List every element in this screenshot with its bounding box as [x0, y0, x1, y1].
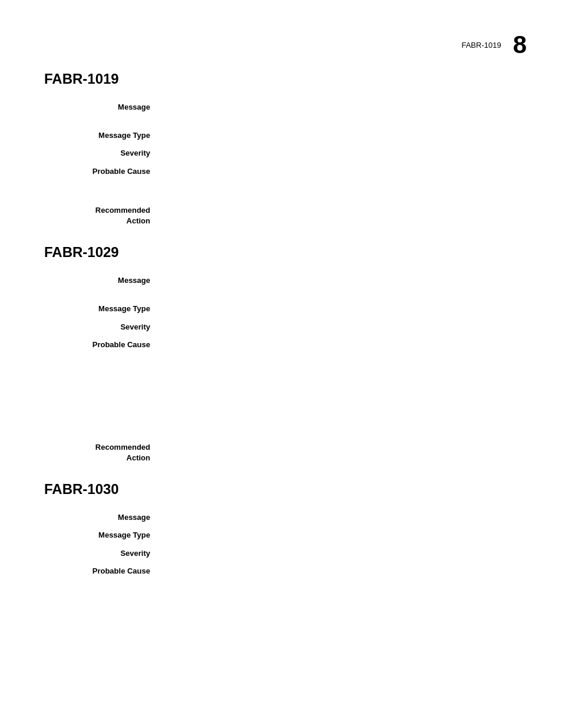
entry-title-fabr-1030: FABR-1030	[44, 481, 518, 498]
label-severity-1029: Severity	[44, 322, 162, 332]
label-message-1030: Message	[44, 512, 162, 523]
label-probable-cause-1030: Probable Cause	[44, 566, 162, 577]
entry-title-fabr-1019: FABR-1019	[44, 71, 518, 87]
field-row-message-1030: Message	[44, 512, 518, 523]
field-row-severity-1019: Severity	[44, 148, 518, 159]
field-row-severity-1029: Severity	[44, 322, 518, 332]
entry-fabr-1029: FABR-1029 Message Message Type Severity …	[44, 244, 518, 463]
entry-fabr-1019: FABR-1019 Message Message Type Severity …	[44, 71, 518, 226]
label-severity-1030: Severity	[44, 548, 162, 559]
entry-title-fabr-1029: FABR-1029	[44, 244, 518, 261]
label-message-1019: Message	[44, 102, 162, 113]
header-code: FABR-1019	[461, 41, 501, 50]
page-number: 8	[513, 32, 527, 57]
field-row-severity-1030: Severity	[44, 548, 518, 559]
field-row-recommended-action-1029: RecommendedAction	[44, 442, 518, 463]
label-severity-1019: Severity	[44, 148, 162, 159]
field-row-probable-cause-1019: Probable Cause	[44, 166, 518, 177]
label-message-type-1030: Message Type	[44, 530, 162, 541]
field-row-probable-cause-1030: Probable Cause	[44, 566, 518, 577]
field-row-probable-cause-1029: Probable Cause	[44, 340, 518, 350]
field-row-message-type-1030: Message Type	[44, 530, 518, 541]
field-row-message-type-1019: Message Type	[44, 130, 518, 141]
label-message-1029: Message	[44, 275, 162, 286]
page-header: FABR-1019 8	[461, 32, 527, 57]
field-row-message-1019: Message	[44, 102, 518, 113]
label-recommended-action-1029: RecommendedAction	[44, 442, 162, 463]
label-message-type-1019: Message Type	[44, 130, 162, 141]
field-row-message-type-1029: Message Type	[44, 304, 518, 314]
label-probable-cause-1029: Probable Cause	[44, 340, 162, 350]
label-message-type-1029: Message Type	[44, 304, 162, 314]
entry-fabr-1030: FABR-1030 Message Message Type Severity …	[44, 481, 518, 577]
field-row-message-1029: Message	[44, 275, 518, 286]
label-recommended-action-1019: RecommendedAction	[44, 205, 162, 226]
label-probable-cause-1019: Probable Cause	[44, 166, 162, 177]
field-row-recommended-action-1019: RecommendedAction	[44, 205, 518, 226]
main-content: FABR-1019 Message Message Type Severity …	[0, 0, 562, 577]
